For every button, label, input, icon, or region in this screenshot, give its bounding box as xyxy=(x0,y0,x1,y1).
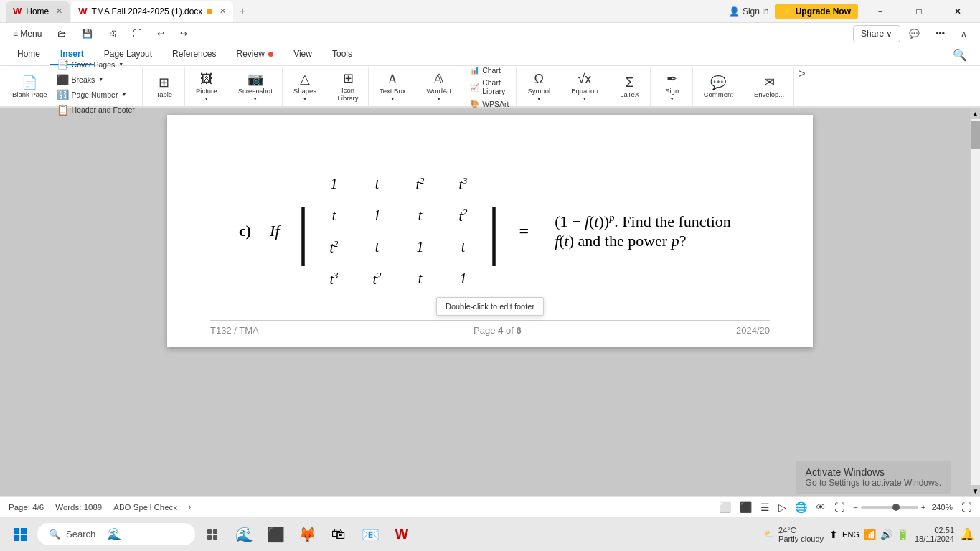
equation-label: Equation xyxy=(571,87,598,95)
shapes-button[interactable]: △ Shapes ▼ xyxy=(288,70,321,104)
scroll-down-button[interactable]: ▼ xyxy=(971,485,980,496)
envelope-label: Envelop... xyxy=(754,90,784,98)
ribbon-more-button[interactable]: > xyxy=(796,67,808,106)
page-number-button[interactable]: 🔢 Page Number ▼ xyxy=(54,88,138,102)
header-footer-button[interactable]: 📋 Header and Footer xyxy=(54,103,138,117)
upgrade-button[interactable]: ⚡ Upgrade Now xyxy=(775,4,858,19)
tab-references[interactable]: References xyxy=(162,44,226,65)
menu-item-undo[interactable]: ↩ xyxy=(150,26,171,42)
zoom-out-button[interactable]: − xyxy=(853,503,858,512)
tab-home[interactable]: Home xyxy=(7,44,50,65)
tab-home-close[interactable]: ✕ xyxy=(56,6,62,16)
wordart-button[interactable]: 𝔸 WordArt ▼ xyxy=(421,70,456,104)
scroll-up-button[interactable]: ▲ xyxy=(971,108,980,119)
equation-button[interactable]: √x Equation ▼ xyxy=(566,70,603,104)
show-desktop-icon[interactable]: ⬆ xyxy=(829,529,838,540)
clock[interactable]: 02:51 18/11/2024 xyxy=(915,526,954,543)
battery-icon[interactable]: 🔋 xyxy=(897,529,909,540)
chat-icon[interactable]: 💬 xyxy=(902,26,927,42)
globe-icon[interactable]: 🌐 xyxy=(795,501,807,513)
textbox-icon: Ａ xyxy=(386,72,399,85)
sign-button[interactable]: ✒ Sign ▼ xyxy=(656,70,688,104)
chart-library-button[interactable]: 📈 ChartLibrary xyxy=(467,77,512,97)
screenshot-button[interactable]: 📷 Screenshot ▼ xyxy=(233,70,278,104)
wpsart-button[interactable]: 🎨 WPSArt xyxy=(467,98,512,110)
ribbon-group-textbox: Ａ Text Box ▼ xyxy=(370,67,415,106)
sign-in-button[interactable]: 👤 Sign in xyxy=(729,6,769,17)
tab-tools[interactable]: Tools xyxy=(322,44,362,65)
fullscreen-icon[interactable]: ⛶ xyxy=(961,501,971,513)
minimize-button[interactable]: − xyxy=(864,0,897,23)
symbol-button[interactable]: Ω Symbol ▼ xyxy=(522,70,555,104)
search-ribbon-icon[interactable]: 🔍 xyxy=(947,48,973,62)
vertical-scrollbar[interactable]: ▲ ▼ xyxy=(970,108,980,496)
taskbar-app-store[interactable]: 🛍 xyxy=(324,520,353,549)
textbox-button[interactable]: Ａ Text Box ▼ xyxy=(374,70,410,104)
taskbar-search-box[interactable]: 🔍 Search 🌊 xyxy=(37,523,195,545)
latex-button[interactable]: Σ LaTeX xyxy=(614,73,646,101)
tab-review[interactable]: Review xyxy=(226,44,283,65)
collapse-ribbon[interactable]: ∧ xyxy=(953,26,974,42)
matrix-cell-0-2: t2 xyxy=(416,175,425,193)
latex-label: LaTeX xyxy=(620,90,639,98)
scroll-thumb[interactable] xyxy=(971,121,980,149)
layout-icon-web[interactable]: ⬛ xyxy=(740,501,752,513)
tab-doc[interactable]: W TMA Fall 2024-2025 (1).docx ✕ xyxy=(71,1,233,22)
maximize-button[interactable]: □ xyxy=(903,0,936,23)
wifi-icon[interactable]: 📶 xyxy=(864,529,876,540)
part-label: c) xyxy=(239,222,251,240)
cover-pages-button[interactable]: 📑 Cover Pages ▼ xyxy=(54,57,138,72)
menu-item-menu[interactable]: ≡ Menu xyxy=(6,26,49,42)
matrix-grid: 1 t t2 t3 t 1 t t2 t2 t 1 t xyxy=(310,165,488,297)
screenshot-label: Screenshot xyxy=(238,87,273,95)
ribbon-group-pages: 📄 Blank Page 📑 Cover Pages ▼ ⬛ Breaks ▼ … xyxy=(3,67,143,106)
weather-widget[interactable]: ⛅ 24°C Partly cloudy xyxy=(764,526,824,543)
icon-library-button[interactable]: ⊞ IconLibrary xyxy=(332,69,364,105)
menu-item-save[interactable]: 💾 xyxy=(75,26,100,42)
more-menu[interactable]: ••• xyxy=(928,26,952,42)
taskbar-app-firefox[interactable]: 🦊 xyxy=(293,520,321,549)
volume-icon[interactable]: 🔊 xyxy=(880,529,892,540)
focus-mode-icon[interactable]: ⛶ xyxy=(834,501,844,513)
tab-view[interactable]: View xyxy=(283,44,322,65)
taskbar-app-terminal[interactable]: ⬛ xyxy=(261,520,290,549)
taskbar-app-taskview[interactable] xyxy=(198,520,227,549)
symbol-icon: Ω xyxy=(534,72,544,85)
zoom-slider[interactable] xyxy=(861,506,918,509)
sign-in-label: Sign in xyxy=(743,6,769,17)
chart-button[interactable]: 📊 Chart xyxy=(467,64,512,76)
close-button[interactable]: ✕ xyxy=(941,0,974,23)
envelope-button[interactable]: ✉ Envelop... xyxy=(749,73,789,101)
menu-item-open[interactable]: 🗁 xyxy=(50,26,73,42)
menu-item-redo[interactable]: ↪ xyxy=(173,26,194,42)
table-button[interactable]: ⊞ Table xyxy=(149,73,180,101)
view-options-icon[interactable]: 👁 xyxy=(816,501,826,513)
share-button[interactable]: Share ∨ xyxy=(853,25,900,42)
comment-button[interactable]: 💬 Comment xyxy=(699,73,738,101)
zoom-in-button[interactable]: + xyxy=(921,503,926,512)
layout-icon-outline[interactable]: ☰ xyxy=(760,501,770,513)
layout-icon-page[interactable]: ⬜ xyxy=(719,501,731,513)
picture-button[interactable]: 🖼 Picture ▼ xyxy=(191,70,222,104)
taskbar-app-wps[interactable]: W xyxy=(387,520,416,549)
new-tab-button[interactable]: + xyxy=(235,5,250,18)
tab-doc-close[interactable]: ✕ xyxy=(220,6,226,16)
menu-item-print[interactable]: 🖨 xyxy=(101,26,124,42)
taskbar-app-outlook[interactable]: 📧 xyxy=(356,520,385,549)
tab-home[interactable]: W Home ✕ xyxy=(6,1,70,22)
language-label[interactable]: ENG xyxy=(842,530,859,539)
menu-item-screen[interactable]: ⛶ xyxy=(126,26,149,42)
wps-icon: W xyxy=(395,526,409,542)
store-icon: 🛍 xyxy=(331,526,346,542)
spell-check-status[interactable]: ABO Spell Check xyxy=(113,503,177,512)
taskbar-app-browser[interactable]: 🌊 xyxy=(230,520,258,549)
play-icon[interactable]: ▷ xyxy=(778,501,786,513)
start-button[interactable] xyxy=(6,520,34,549)
notification-icon[interactable]: 🔔 xyxy=(960,527,974,541)
matrix-cell-3-2: t xyxy=(418,270,423,287)
footer-tooltip[interactable]: Double-click to edit footer xyxy=(436,297,544,316)
breaks-button[interactable]: ⬛ Breaks ▼ xyxy=(54,72,138,87)
blank-page-button[interactable]: 📄 Blank Page xyxy=(7,73,52,101)
sign-icon: ✒ xyxy=(666,72,677,85)
zoom-control[interactable]: − + 240% xyxy=(853,503,953,512)
